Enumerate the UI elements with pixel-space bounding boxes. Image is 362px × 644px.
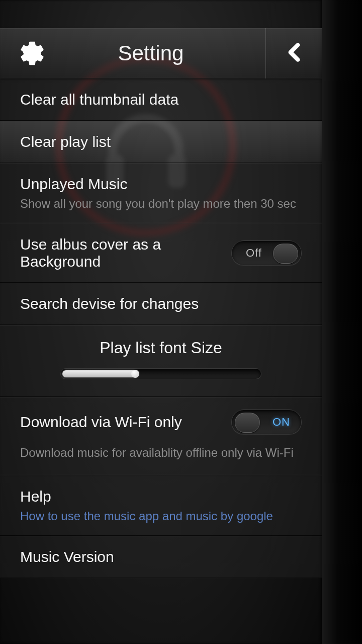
- row-label: Search devise for changes: [20, 295, 302, 312]
- clear-thumbnail-row[interactable]: Clear all thumbnail data: [0, 78, 322, 121]
- page-title: Setting: [36, 41, 265, 65]
- help-row[interactable]: Help How to use the music app and music …: [0, 475, 322, 536]
- row-label: Download via Wi-Fi only: [20, 414, 182, 431]
- unplayed-music-row[interactable]: Unplayed Music Show all your song you do…: [0, 163, 322, 223]
- settings-screen: Setting Clear all thumbnail data Clear p…: [0, 0, 322, 644]
- font-size-slider[interactable]: [60, 368, 261, 379]
- row-label: Help: [20, 488, 302, 505]
- row-subtext: Download music for availablity offline o…: [20, 446, 302, 460]
- row-label: Music Version: [20, 548, 302, 566]
- row-subtext: How to use the music app and music by go…: [20, 509, 302, 523]
- right-vignette: [322, 0, 362, 644]
- toggle-state-label: ON: [273, 416, 290, 429]
- row-subtext: Show all your song you don't play more t…: [20, 197, 302, 211]
- row-label: Clear play list: [20, 133, 302, 150]
- album-cover-toggle[interactable]: Off: [231, 240, 302, 266]
- chevron-left-icon: [283, 41, 305, 65]
- album-cover-background-row[interactable]: Use albus cover as a Background Off: [0, 223, 322, 283]
- playlist-font-size-row: Play list font Size: [0, 325, 322, 397]
- row-label: Use albus cover as a Background: [20, 236, 221, 270]
- slider-fill: [62, 370, 138, 377]
- header-bar: Setting: [0, 28, 322, 78]
- toggle-state-label: Off: [246, 247, 262, 260]
- wifi-only-toggle[interactable]: ON: [231, 410, 302, 435]
- row-label: Clear all thumbnail data: [20, 91, 302, 108]
- search-device-row[interactable]: Search devise for changes: [0, 283, 322, 325]
- row-label: Unplayed Music: [20, 176, 302, 193]
- download-wifi-row[interactable]: Download via Wi-Fi only ON Download musi…: [0, 397, 322, 475]
- clear-playlist-row[interactable]: Clear play list: [0, 121, 322, 163]
- music-version-row[interactable]: Music Version: [0, 536, 322, 578]
- row-label: Play list font Size: [20, 339, 302, 357]
- back-button[interactable]: [265, 28, 322, 78]
